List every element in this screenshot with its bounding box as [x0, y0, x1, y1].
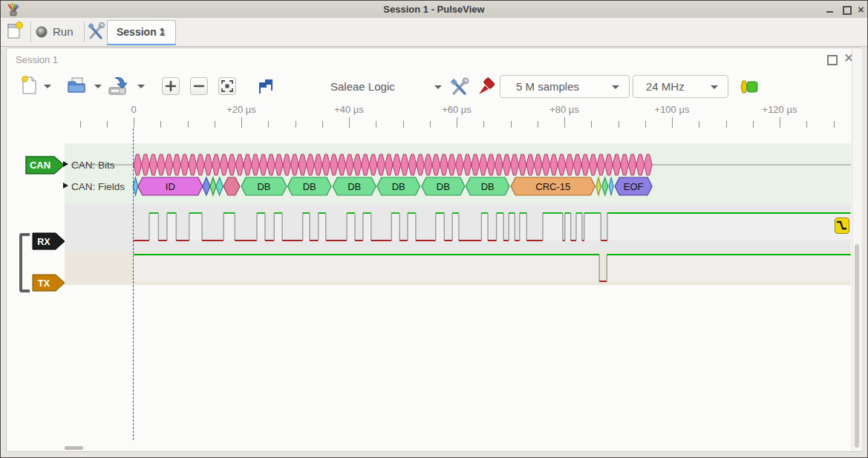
- channels-button[interactable]: [476, 76, 497, 97]
- ruler-minor-tick: [296, 121, 296, 128]
- bit-annotation: [142, 154, 150, 175]
- bit-annotation: [542, 154, 550, 175]
- rx-channel-tag[interactable]: RX: [32, 232, 66, 250]
- add-decoder-icon: [737, 78, 761, 96]
- sample-count-value: 5 M samples: [516, 76, 579, 97]
- field-annotation-label: DB: [303, 181, 316, 192]
- bit-annotation: [408, 154, 417, 175]
- sample-count-select[interactable]: 5 M samples: [500, 75, 630, 98]
- bit-annotation: [534, 154, 542, 175]
- vertical-scrollbar-thumb[interactable]: [855, 244, 859, 448]
- bit-annotation: [440, 154, 448, 175]
- new-file-dropdown-arrow[interactable]: [44, 85, 51, 88]
- ruler-minor-tick: [160, 121, 161, 128]
- ruler-label: 0: [100, 104, 167, 115]
- session-tab[interactable]: Session 1 ×: [107, 20, 176, 45]
- ruler-minor-tick: [215, 121, 215, 128]
- bit-annotation: [645, 154, 653, 175]
- bit-annotation: [149, 154, 157, 175]
- bit-annotation: [385, 154, 394, 175]
- sample-rate-arrow: [711, 85, 718, 89]
- ruler-minor-tick: [538, 121, 538, 128]
- save-dropdown-arrow[interactable]: [137, 85, 145, 88]
- ruler-major-tick: [241, 117, 242, 128]
- settings-button[interactable]: [87, 20, 109, 44]
- bits-row-label: CAN: Bits: [71, 160, 115, 171]
- field-annotation: [602, 177, 608, 195]
- field-annotation-label: EOF: [624, 181, 644, 192]
- vertical-scrollbar[interactable]: [852, 49, 862, 451]
- device-select[interactable]: Saleae Logic: [324, 76, 449, 98]
- tab-close-icon[interactable]: ×: [160, 21, 166, 43]
- bit-annotation: [573, 154, 581, 175]
- bit-annotation: [424, 154, 432, 175]
- bit-annotation: [197, 154, 205, 175]
- add-decoder-button[interactable]: [737, 78, 761, 96]
- zoom-in-button[interactable]: [162, 77, 180, 95]
- field-annotation: [596, 177, 601, 195]
- bit-annotation: [621, 154, 629, 175]
- ruler-major-tick: [780, 117, 780, 128]
- ruler-minor-tick: [699, 121, 699, 128]
- bit-annotation: [636, 154, 645, 175]
- tx-tag-label: TX: [38, 278, 50, 289]
- trace-view: IDDBDBDBDBDBDBCRC-15EOF: [65, 128, 851, 443]
- zoom-out-icon: [191, 78, 207, 94]
- ruler-minor-tick: [619, 121, 619, 128]
- zoom-out-button[interactable]: [190, 77, 208, 95]
- ruler-minor-tick: [834, 121, 835, 128]
- bit-annotation: [283, 154, 291, 175]
- device-config-button[interactable]: [449, 76, 470, 97]
- ruler-label: +100 µs: [639, 104, 705, 115]
- decoder-tag-label: CAN: [30, 160, 50, 171]
- ruler-major-tick: [457, 117, 457, 128]
- zoom-fit-button[interactable]: [218, 77, 236, 95]
- ruler-minor-tick: [483, 121, 484, 128]
- show-cursors-button[interactable]: [256, 76, 277, 96]
- horizontal-scrollbar-thumb[interactable]: [65, 446, 83, 450]
- run-button[interactable]: Run: [33, 20, 79, 44]
- sample-rate-select[interactable]: 24 MHz: [633, 75, 728, 98]
- minimize-button[interactable]: [823, 3, 836, 16]
- open-dropdown-arrow[interactable]: [94, 85, 102, 88]
- maximize-button[interactable]: [840, 3, 852, 16]
- run-button-label: Run: [53, 20, 74, 44]
- bit-annotation: [566, 154, 574, 175]
- ruler-minor-tick: [753, 121, 754, 128]
- rx-waveform: [134, 213, 851, 241]
- tx-channel-tag[interactable]: TX: [32, 274, 66, 292]
- bit-annotation: [456, 154, 464, 175]
- decoder-tag[interactable]: CAN: [25, 156, 65, 174]
- channel-group-bracket: [19, 233, 30, 292]
- cursors-flags-icon: [256, 76, 277, 96]
- session-tab-label: Session 1: [117, 21, 165, 43]
- bit-annotation: [228, 154, 236, 175]
- save-button[interactable]: [106, 76, 145, 96]
- session-subwindow: Session 1 ✕: [6, 48, 862, 452]
- bit-annotation: [511, 154, 519, 175]
- close-button[interactable]: ×: [855, 3, 867, 16]
- toolbar-separator: [30, 22, 31, 42]
- ruler-label: +120 µs: [746, 104, 813, 115]
- fields-row-expander[interactable]: [63, 183, 68, 189]
- bits-row-expander[interactable]: [63, 161, 68, 167]
- bit-annotation: [330, 154, 338, 175]
- rx-tag-label: RX: [37, 237, 50, 247]
- bit-annotation: [322, 154, 330, 175]
- trigger-marker[interactable]: [835, 217, 849, 234]
- field-annotation-label: DB: [347, 181, 361, 192]
- falling-edge-icon: [835, 218, 848, 232]
- title-bar: Session 1 - PulseView ×: [1, 1, 867, 19]
- settings-icon: [87, 20, 106, 42]
- bit-annotation: [353, 154, 362, 175]
- fields-row-label: CAN: Fields: [71, 181, 125, 192]
- sample-rate-value: 24 MHz: [646, 76, 685, 97]
- time-cursor-line[interactable]: [133, 128, 134, 440]
- field-annotation: [609, 177, 613, 195]
- field-annotation: [133, 177, 138, 195]
- new-file-button[interactable]: [20, 76, 51, 96]
- bit-annotation: [393, 154, 401, 175]
- open-button[interactable]: [66, 76, 102, 96]
- new-session-button[interactable]: [5, 20, 27, 44]
- subwindow-restore-button[interactable]: [827, 55, 838, 65]
